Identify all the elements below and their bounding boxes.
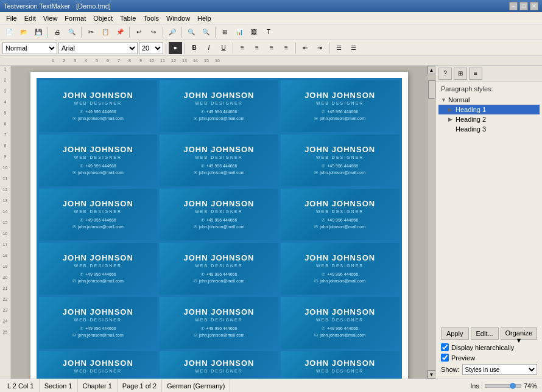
indent-right-btn[interactable]: ⇥ — [313, 42, 326, 54]
panel-icon-btn-2[interactable]: ⊞ — [454, 68, 467, 80]
close-button[interactable]: ✕ — [530, 2, 538, 10]
titlebar-controls: − □ ✕ — [509, 2, 538, 10]
card-info: ✆+49 996 444666 ✉john.johnson@mail.com — [72, 109, 124, 122]
business-card-17-partial: JOHN JOHNSON WEB DESIGNER — [160, 351, 278, 379]
statusbar: L 2 Col 1 Section 1 Chapter 1 Page 1 of … — [0, 379, 542, 392]
panel-icon-btn-1[interactable]: ? — [438, 68, 452, 80]
color-btn[interactable]: ■ — [169, 42, 182, 54]
scroll-down-btn[interactable]: ▼ — [428, 370, 436, 379]
bold-btn[interactable]: B — [188, 42, 201, 54]
preview-btn[interactable]: 🔍 — [65, 26, 79, 38]
style-normal[interactable]: ▼ Normal — [441, 95, 537, 105]
align-left-btn[interactable]: ≡ — [236, 42, 249, 54]
menu-view[interactable]: View — [40, 13, 62, 23]
underline-btn[interactable]: U — [217, 42, 230, 54]
right-panel: ? ⊞ ≡ Paragraph styles: ▼ Normal ▶ Headi… — [435, 66, 542, 379]
style-heading2[interactable]: ▶ Heading 2 — [441, 114, 537, 124]
business-cards-grid: JOHN JOHNSON WEB DESIGNER ✆+49 996 44466… — [37, 78, 402, 379]
align-justify-btn[interactable]: ≡ — [280, 42, 293, 54]
open-btn[interactable]: 📂 — [17, 26, 30, 38]
card-job-title: WEB DESIGNER — [195, 101, 242, 105]
zoom-out-btn[interactable]: 🔍 — [199, 26, 213, 38]
scroll-track[interactable] — [428, 74, 436, 370]
menu-format[interactable]: Format — [61, 13, 90, 23]
main-area: 1 2 3 4 5 6 7 8 9 10 11 12 13 14 15 16 1… — [0, 66, 542, 379]
zoom-in-btn[interactable]: 🔍 — [185, 26, 198, 38]
menu-object[interactable]: Object — [90, 13, 116, 23]
show-select[interactable]: Styles in use — [462, 364, 537, 375]
redo-btn[interactable]: ↪ — [147, 26, 160, 38]
fmt-sep1 — [166, 43, 166, 54]
italic-btn[interactable]: I — [202, 42, 216, 54]
numbering-btn[interactable]: ☰ — [347, 42, 360, 54]
indent-left-btn[interactable]: ⇤ — [298, 42, 312, 54]
language-info: German (Germany) — [162, 379, 230, 392]
display-hierarchically-checkbox[interactable] — [441, 343, 449, 351]
menu-window[interactable]: Window — [163, 13, 194, 23]
business-card-6: JOHN JOHNSON WEB DESIGNER ✆+49 996 44466… — [281, 135, 399, 186]
business-card-5: JOHN JOHNSON WEB DESIGNER ✆+49 996 44466… — [160, 135, 278, 186]
paste-btn[interactable]: 📌 — [113, 26, 127, 38]
business-card-8: JOHN JOHNSON WEB DESIGNER ✆+49 996 44466… — [160, 189, 278, 240]
business-card-11: JOHN JOHNSON WEB DESIGNER ✆+49 996 44466… — [160, 243, 278, 295]
business-card-18-partial: JOHN JOHNSON WEB DESIGNER — [281, 351, 399, 379]
style-heading3[interactable]: Heading 3 — [441, 124, 537, 134]
menu-tools[interactable]: Tools — [139, 13, 163, 23]
minimize-button[interactable]: − — [509, 2, 518, 10]
image-btn[interactable]: 🖼 — [247, 26, 261, 38]
ins-indicator: Ins — [470, 382, 479, 390]
chapter-info: Chapter 1 — [78, 379, 118, 392]
font-size-select[interactable]: 20 — [139, 42, 163, 54]
undo-btn[interactable]: ↩ — [132, 26, 146, 38]
maximize-button[interactable]: □ — [519, 2, 528, 10]
textbox-btn[interactable]: T — [262, 26, 275, 38]
card-name: JOHN JOHNSON — [183, 91, 254, 100]
scroll-thumb[interactable] — [428, 80, 435, 99]
menubar: File Edit View Format Object Table Tools… — [0, 12, 542, 24]
table-btn[interactable]: ⊞ — [218, 26, 231, 38]
scroll-up-btn[interactable]: ▲ — [428, 66, 436, 74]
panel-icon-btn-3[interactable]: ≡ — [469, 68, 482, 80]
preview-checkbox[interactable] — [441, 354, 449, 362]
card-name: JOHN JOHNSON — [304, 91, 375, 100]
document-page: JOHN JOHNSON WEB DESIGNER ✆+49 996 44466… — [30, 72, 408, 379]
vertical-scrollbar[interactable]: ▲ ▼ — [427, 66, 435, 379]
sep1 — [48, 27, 48, 38]
organize-button[interactable]: Organize ▼ — [501, 327, 537, 340]
zoom-track[interactable] — [485, 384, 521, 388]
align-center-btn[interactable]: ≡ — [250, 42, 264, 54]
paragraph-style-select[interactable]: Normal — [2, 42, 57, 54]
menu-table[interactable]: Table — [116, 13, 139, 23]
copy-btn[interactable]: 📋 — [99, 26, 112, 38]
cut-btn[interactable]: ✂ — [84, 26, 97, 38]
edit-button[interactable]: Edit... — [471, 327, 499, 340]
fmt-sep5 — [329, 43, 329, 54]
zoom-thumb[interactable] — [510, 383, 516, 389]
style-heading1[interactable]: ▶ Heading 1 — [438, 105, 540, 114]
save-btn[interactable]: 💾 — [32, 26, 45, 38]
sep3 — [129, 27, 130, 38]
menu-edit[interactable]: Edit — [21, 13, 40, 23]
business-card-1: JOHN JOHNSON WEB DESIGNER ✆+49 996 44466… — [39, 80, 158, 132]
format-toolbar: Normal Arial 20 ■ B I U ≡ ≡ ≡ ≡ ⇤ ⇥ ☰ ☰ — [0, 40, 542, 56]
business-card-9: JOHN JOHNSON WEB DESIGNER ✆+49 996 44466… — [281, 189, 399, 240]
menu-file[interactable]: File — [2, 13, 21, 23]
align-right-btn[interactable]: ≡ — [265, 42, 278, 54]
document-area[interactable]: JOHN JOHNSON WEB DESIGNER ✆+49 996 44466… — [11, 66, 427, 379]
main-toolbar: 📄 📂 💾 🖨 🔍 ✂ 📋 📌 ↩ ↪ 🔎 🔍 🔍 ⊞ 📊 🖼 T — [0, 24, 542, 40]
print-btn[interactable]: 🖨 — [51, 26, 64, 38]
sep4 — [163, 27, 163, 38]
business-card-14: JOHN JOHNSON WEB DESIGNER ✆+49 996 44466… — [160, 297, 278, 349]
phone-icon: ✆ — [80, 109, 83, 116]
chart-btn[interactable]: 📊 — [233, 26, 246, 38]
business-card-10: JOHN JOHNSON WEB DESIGNER ✆+49 996 44466… — [39, 243, 158, 295]
business-card-12: JOHN JOHNSON WEB DESIGNER ✆+49 996 44466… — [281, 243, 399, 295]
menu-help[interactable]: Help — [194, 13, 215, 23]
apply-button[interactable]: Apply — [441, 327, 469, 340]
statusbar-right: Ins 74% — [470, 382, 540, 390]
card-name: JOHN JOHNSON — [63, 91, 133, 100]
font-select[interactable]: Arial — [58, 42, 138, 54]
find-btn[interactable]: 🔎 — [166, 26, 179, 38]
new-btn[interactable]: 📄 — [2, 26, 16, 38]
bullets-btn[interactable]: ☰ — [332, 42, 345, 54]
